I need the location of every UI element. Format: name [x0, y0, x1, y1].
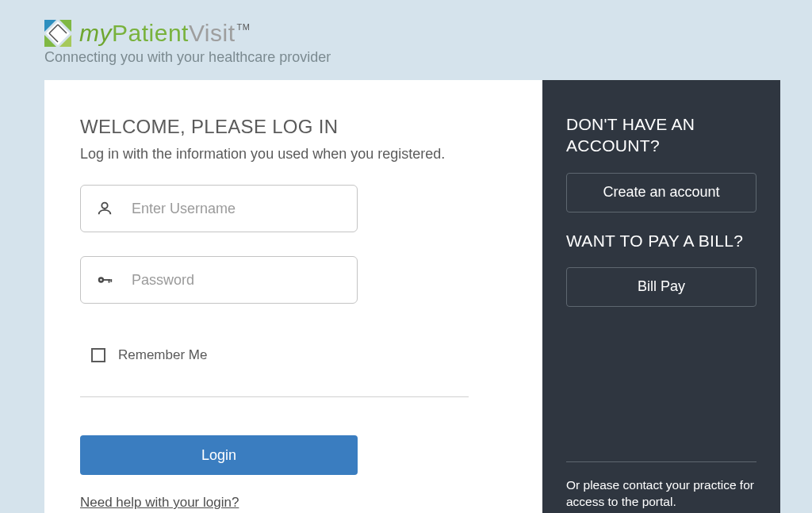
svg-point-7 [100, 279, 102, 281]
logo-icon [44, 20, 71, 47]
welcome-title: WELCOME, PLEASE LOG IN [80, 116, 507, 138]
create-account-button[interactable]: Create an account [566, 173, 756, 212]
logo: myPatientVisit TM [44, 20, 812, 47]
no-account-title: DON'T HAVE AN ACCOUNT? [566, 113, 756, 157]
person-icon [95, 199, 114, 218]
username-field-wrapper [80, 185, 358, 232]
logo-visit: Visit [189, 20, 236, 47]
remember-row: Remember Me [80, 347, 507, 363]
login-button[interactable]: Login [80, 435, 358, 475]
help-link[interactable]: Need help with your login? [80, 495, 239, 511]
welcome-subtitle: Log in with the information you used whe… [80, 146, 507, 163]
sidebar-panel: DON'T HAVE AN ACCOUNT? Create an account… [542, 80, 780, 513]
logo-text: myPatientVisit TM [79, 20, 248, 47]
tagline: Connecting you with your healthcare prov… [44, 49, 812, 66]
password-field-wrapper [80, 256, 358, 304]
svg-point-5 [102, 203, 107, 209]
bill-pay-button[interactable]: Bill Pay [566, 267, 756, 307]
remember-label[interactable]: Remember Me [118, 347, 207, 363]
logo-tm: TM [237, 22, 251, 32]
pay-bill-title: WANT TO PAY A BILL? [566, 230, 756, 251]
divider [80, 396, 469, 397]
logo-my: my [79, 20, 112, 47]
login-panel: WELCOME, PLEASE LOG IN Log in with the i… [44, 80, 542, 513]
key-icon [95, 270, 114, 289]
svg-rect-10 [110, 279, 112, 282]
password-input[interactable] [132, 272, 343, 289]
contact-note: Or please contact your practice for acce… [566, 477, 756, 511]
sidebar-divider [566, 461, 756, 462]
remember-checkbox[interactable] [91, 348, 105, 362]
logo-patient: Patient [112, 20, 189, 47]
svg-rect-9 [109, 279, 110, 283]
header: myPatientVisit TM Connecting you with yo… [0, 0, 812, 74]
username-input[interactable] [132, 201, 343, 217]
